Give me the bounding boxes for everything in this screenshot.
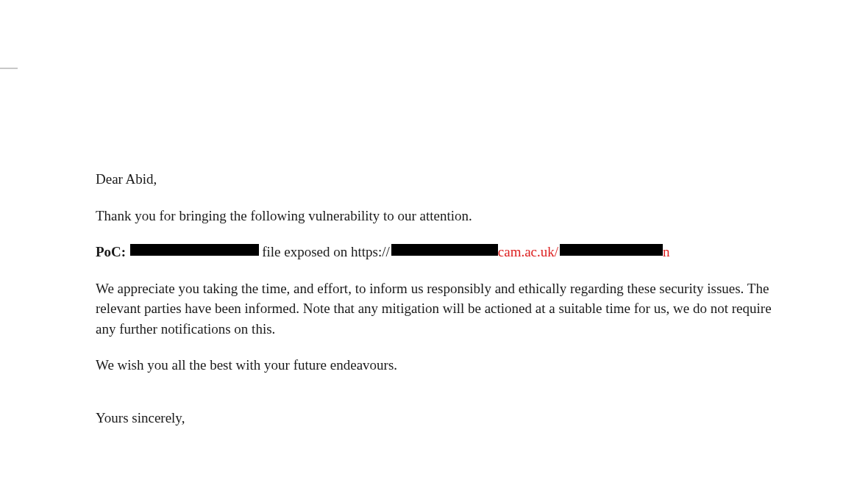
redaction-bar bbox=[391, 244, 498, 256]
redaction-bar bbox=[130, 244, 259, 256]
letter-page: Dear Abid, Thank you for bringing the fo… bbox=[0, 0, 868, 428]
salutation: Dear Abid, bbox=[96, 169, 772, 190]
redaction-bar bbox=[560, 244, 663, 256]
body-paragraph: We appreciate you taking the time, and e… bbox=[96, 279, 772, 340]
edge-mark bbox=[0, 68, 18, 69]
poc-trailing-char: n bbox=[663, 242, 670, 262]
poc-domain-visible: cam.ac.uk/ bbox=[498, 242, 558, 262]
poc-line: PoC: file exposed on https:// cam.ac.uk/… bbox=[96, 242, 772, 262]
poc-middle-text: file exposed on https:// bbox=[262, 242, 390, 262]
wish-paragraph: We wish you all the best with your futur… bbox=[96, 355, 772, 376]
poc-label: PoC: bbox=[96, 242, 126, 262]
closing: Yours sincerely, bbox=[96, 408, 772, 428]
intro-paragraph: Thank you for bringing the following vul… bbox=[96, 206, 772, 226]
